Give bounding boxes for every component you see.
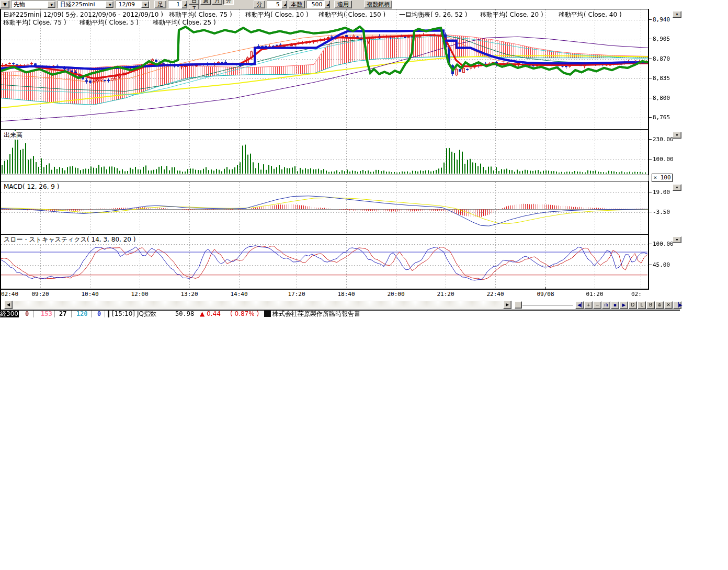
- legend-item: 移動平均( Close, 25 ): [153, 18, 216, 27]
- ticker-name-box: 経300: [0, 311, 19, 317]
- tick-label: 100.00: [653, 241, 674, 247]
- xtick: 18:40: [337, 291, 355, 298]
- xtick: 12:00: [131, 291, 148, 298]
- mode-l-icon[interactable]: L: [638, 301, 646, 309]
- tick-label: 8,905: [653, 36, 670, 42]
- xtick: 14:40: [230, 291, 247, 298]
- tick-label: 230.00: [653, 136, 674, 143]
- xtick: 22:40: [486, 291, 504, 298]
- tick-label: 8,765: [653, 114, 670, 121]
- ytick-price: 8,800: [653, 95, 670, 101]
- tick-label: 45.00: [653, 261, 670, 268]
- market-stat-value: 27: [59, 311, 66, 317]
- legend-item: 移動平均( Close, 20 ): [480, 10, 543, 19]
- index-name: JQ指数: [137, 311, 156, 317]
- tick-mark: [649, 98, 652, 98]
- legend-item: 移動平均( Close, 10 ): [245, 10, 309, 19]
- scrollbar-right-arrow[interactable]: ▶: [503, 301, 511, 309]
- xtick: 02:40: [1, 291, 18, 298]
- mode-d-icon[interactable]: D: [629, 301, 637, 309]
- tick-label: 8,835: [653, 75, 670, 82]
- tick-label: -3.50: [653, 209, 670, 215]
- divider: [54, 311, 55, 317]
- divider: [91, 311, 92, 317]
- tick-mark: [649, 19, 652, 20]
- xtick: 09/08: [537, 291, 554, 298]
- scroll-right-end-icon[interactable]: ▕▶: [673, 301, 681, 309]
- pane-scale-dropdown-icon[interactable]: ▼: [673, 236, 681, 243]
- xtick: 09:20: [31, 291, 49, 298]
- mini-slider-track[interactable]: [522, 305, 573, 305]
- ytick-macd: 19.00: [653, 189, 670, 196]
- mini-slider-thumb[interactable]: [515, 301, 522, 309]
- ytick-stochastic: 100.00: [653, 241, 674, 247]
- news-ticker-text: 株式会社荏原製作所臨時報告書: [272, 311, 360, 317]
- market-stat-value: 0: [97, 311, 101, 317]
- scrollbar-left-arrow[interactable]: ◀: [4, 301, 13, 309]
- ytick-volume: 230.00: [653, 136, 674, 143]
- index-change-percent: ( 0.87% ): [230, 311, 259, 317]
- chart-canvas[interactable]: [0, 9, 649, 290]
- trading-chart-app: { "window": {"bg": "#ffffff", "toolbar_b…: [0, 0, 728, 570]
- tick-mark: [649, 159, 652, 159]
- tick-mark: [649, 244, 652, 244]
- tick-mark: [649, 265, 652, 265]
- window-left-border: [0, 9, 1, 317]
- play-icon[interactable]: ▶: [620, 301, 628, 309]
- divider: [71, 311, 72, 317]
- xtick: 17:20: [288, 291, 305, 298]
- tick-mark: [649, 78, 652, 78]
- bars-view-icon[interactable]: ılı: [602, 301, 610, 309]
- pane-scale-dropdown-icon[interactable]: ▼: [673, 184, 681, 191]
- chart-nav-buttons: ◀▏+−ılı▪▶DLB⊕✕▕▶: [575, 301, 682, 309]
- dot-view-icon[interactable]: ▪: [611, 301, 619, 309]
- ytick-stochastic: 45.00: [653, 261, 670, 268]
- tick-label: 100.00: [653, 156, 674, 163]
- market-stat-value: 153: [41, 311, 52, 317]
- bottom-scroll-row: ◀ ▶ ◀▏+−ılı▪▶DLB⊕✕▕▶: [0, 301, 685, 310]
- volume-multiplier-badge: × 100: [652, 174, 673, 182]
- tick-label: 8,800: [653, 95, 670, 101]
- mode-b-icon[interactable]: B: [646, 301, 655, 309]
- session-tick-mark: [545, 287, 546, 290]
- ytick-price: 8,835: [653, 75, 670, 82]
- market-stat-value: 120: [76, 311, 88, 317]
- legend-item: 移動平均( Close, 5 ): [79, 18, 139, 27]
- magnify-icon[interactable]: ⊕: [655, 301, 664, 309]
- horizontal-scrollbar-track[interactable]: [13, 301, 503, 309]
- legend-item: 移動平均( Close, 150 ): [318, 10, 385, 19]
- tick-mark: [649, 117, 652, 118]
- zoom-in-icon[interactable]: +: [584, 301, 593, 309]
- stochastic-pane-label: スロー・ストキャスティクス( 14, 3, 80, 20 ): [3, 235, 136, 244]
- pane-scale-dropdown-icon[interactable]: ▼: [673, 11, 681, 18]
- pane-scale-dropdown-icon[interactable]: ▼: [673, 132, 681, 139]
- xtick: 10:40: [81, 291, 98, 298]
- zoom-out-icon[interactable]: −: [593, 301, 601, 309]
- legend-item: 移動平均( Close, 75 ): [3, 18, 66, 27]
- tick-label: 19.00: [653, 189, 670, 196]
- ytick-price: 8,940: [653, 16, 670, 23]
- tick-mark: [649, 139, 652, 140]
- legend-item: 一目均衡表( 9, 26, 52 ): [399, 10, 467, 19]
- index-change: ▲ 0.44: [200, 311, 221, 317]
- index-time: [15:10]: [112, 311, 135, 317]
- status-bar: 経300 0153271200 [15:10] JQ指数 50.98 ▲ 0.4…: [0, 310, 680, 317]
- xtick: 02:: [631, 291, 642, 298]
- divider: [33, 311, 34, 317]
- ytick-volume: 100.00: [653, 156, 674, 163]
- tick-mark: [649, 59, 652, 59]
- tick-mark: [649, 212, 652, 212]
- tick-label: 8,870: [653, 55, 670, 62]
- tick-mark: [649, 39, 652, 39]
- market-stat-value: 0: [25, 311, 29, 317]
- delete-x-icon[interactable]: ✕: [664, 301, 673, 309]
- ytick-price: 8,765: [653, 114, 670, 121]
- ytick-macd: -3.50: [653, 209, 670, 215]
- divider: [108, 311, 109, 317]
- index-value: 50.98: [175, 311, 194, 317]
- ytick-price: 8,905: [653, 36, 670, 42]
- news-icon: [264, 311, 271, 317]
- scroll-left-end-icon[interactable]: ◀▏: [575, 301, 584, 309]
- xtick: 13:20: [180, 291, 198, 298]
- legend-item: 移動平均( Close, 40 ): [559, 10, 622, 19]
